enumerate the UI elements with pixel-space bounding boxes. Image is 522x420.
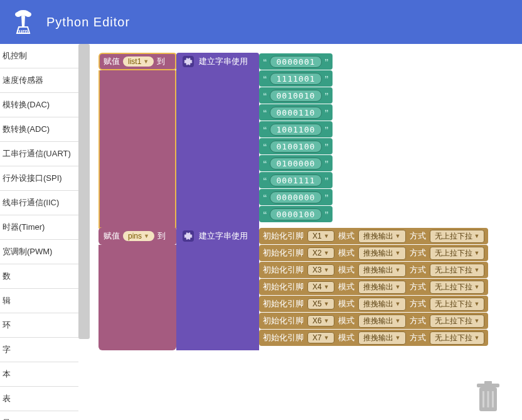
quote-icon: “ xyxy=(263,159,267,168)
string-value-block[interactable]: “0000000” xyxy=(259,189,333,205)
mode-dropdown[interactable]: 推挽输出▼ xyxy=(358,264,406,277)
init-pin-block[interactable]: 初始化引脚X7▼模式推挽输出▼方式无上拉下拉▼ xyxy=(259,330,488,346)
build-string-block[interactable]: 建立字串使用 xyxy=(176,53,259,70)
pin-dropdown[interactable]: X3▼ xyxy=(307,264,334,276)
gear-icon[interactable] xyxy=(183,230,194,242)
pin-dropdown[interactable]: X1▼ xyxy=(307,230,334,242)
mode-dropdown[interactable]: 推挽输出▼ xyxy=(358,230,406,243)
quote-icon: ” xyxy=(324,108,329,117)
pin-dropdown[interactable]: X4▼ xyxy=(307,281,334,293)
sidebar-scrollbar[interactable] xyxy=(78,44,90,339)
quote-icon: ” xyxy=(324,91,329,100)
variable-dropdown[interactable]: list1▼ xyxy=(123,57,154,67)
variable-dropdown[interactable]: pins▼ xyxy=(123,231,154,241)
mode-dropdown[interactable]: 推挽输出▼ xyxy=(358,315,406,328)
string-value-block[interactable]: “0100000” xyxy=(259,155,333,171)
chevron-down-icon: ▼ xyxy=(474,284,480,290)
string-value-block[interactable]: “0010010” xyxy=(259,87,333,104)
block-canvas: 赋值 list1▼ 到 建立字串使用 “0000001”“1111001”“00… xyxy=(99,53,488,350)
string-value-block[interactable]: “1111001” xyxy=(259,70,333,87)
string-value[interactable]: 0000000 xyxy=(270,191,322,203)
string-value[interactable]: 0010010 xyxy=(270,90,322,102)
string-value[interactable]: 0000110 xyxy=(270,107,322,119)
chevron-down-icon: ▼ xyxy=(395,318,401,324)
trash-icon[interactable] xyxy=(473,380,503,414)
mode-label: 模式 xyxy=(338,332,354,343)
sidebar-item[interactable]: 环 xyxy=(0,313,78,338)
string-value[interactable]: 1111001 xyxy=(270,73,322,85)
sidebar-item[interactable]: 线串行通信(IIC) xyxy=(0,191,78,215)
string-value[interactable]: 0000001 xyxy=(270,56,322,68)
init-pin-label: 初始化引脚 xyxy=(263,332,304,343)
sidebar-item[interactable]: 字 xyxy=(0,338,78,362)
init-pin-block[interactable]: 初始化引脚X5▼模式推挽输出▼方式无上拉下拉▼ xyxy=(259,296,488,312)
quote-icon: “ xyxy=(263,193,267,202)
app-logo: turn xyxy=(8,8,39,36)
string-value[interactable]: 0001111 xyxy=(270,175,322,186)
string-value[interactable]: 0000100 xyxy=(270,208,322,220)
way-dropdown[interactable]: 无上拉下拉▼ xyxy=(430,331,485,345)
init-pin-block[interactable]: 初始化引脚X2▼模式推挽输出▼方式无上拉下拉▼ xyxy=(259,245,488,261)
sidebar-item[interactable]: 数转换(ADC) xyxy=(0,117,78,142)
way-dropdown[interactable]: 无上拉下拉▼ xyxy=(430,264,485,277)
way-dropdown[interactable]: 无上拉下拉▼ xyxy=(430,230,485,243)
mode-label: 模式 xyxy=(338,230,354,242)
way-dropdown[interactable]: 无上拉下拉▼ xyxy=(430,298,485,311)
string-value-block[interactable]: “1001100” xyxy=(259,121,333,137)
sidebar-item[interactable]: 辑 xyxy=(0,289,78,313)
gear-icon[interactable] xyxy=(183,56,194,67)
chevron-down-icon: ▼ xyxy=(395,284,401,290)
way-label: 方式 xyxy=(410,315,426,326)
sidebar-item[interactable]: 数 xyxy=(0,264,78,289)
string-value[interactable]: 1001100 xyxy=(270,124,322,136)
pin-dropdown[interactable]: X5▼ xyxy=(307,298,334,310)
chevron-down-icon: ▼ xyxy=(474,233,480,239)
mode-dropdown[interactable]: 推挽输出▼ xyxy=(358,331,406,345)
pin-dropdown[interactable]: X6▼ xyxy=(307,315,334,326)
mode-dropdown[interactable]: 推挽输出▼ xyxy=(358,247,406,260)
string-value-block[interactable]: “0001111” xyxy=(259,172,333,188)
init-pin-block[interactable]: 初始化引脚X4▼模式推挽输出▼方式无上拉下拉▼ xyxy=(259,279,488,295)
mode-dropdown[interactable]: 推挽输出▼ xyxy=(358,281,406,294)
quote-icon: “ xyxy=(263,57,267,67)
string-value-block[interactable]: “0100100” xyxy=(259,138,333,154)
blockly-workspace[interactable]: 赋值 list1▼ 到 建立字串使用 “0000001”“1111001”“00… xyxy=(78,44,522,420)
string-value[interactable]: 0100000 xyxy=(270,158,322,170)
assign-block-pins[interactable]: 赋值 pins▼ 到 建立字串使用 初始化引脚X1▼模式推挽输出▼方式无上拉下拉… xyxy=(99,227,488,350)
sidebar-item[interactable]: 模转换(DAC) xyxy=(0,93,78,117)
string-value[interactable]: 0100100 xyxy=(270,141,322,153)
string-value-block[interactable]: “0000110” xyxy=(259,104,333,121)
string-value-block[interactable]: “0000001” xyxy=(259,53,333,70)
pin-dropdown[interactable]: X7▼ xyxy=(307,332,334,343)
quote-icon: “ xyxy=(263,176,267,185)
sidebar-item[interactable]: 宽调制(PWM) xyxy=(0,240,78,264)
sidebar-item[interactable]: 速度传感器 xyxy=(0,68,78,93)
svg-point-2 xyxy=(25,12,31,17)
build-string-block[interactable]: 建立字串使用 xyxy=(176,227,259,245)
init-pin-block[interactable]: 初始化引脚X3▼模式推挽输出▼方式无上拉下拉▼ xyxy=(259,262,488,278)
mode-label: 模式 xyxy=(338,315,354,326)
mode-label: 模式 xyxy=(338,264,354,276)
mode-dropdown[interactable]: 推挽输出▼ xyxy=(358,298,406,311)
assign-block-list1[interactable]: 赋值 list1▼ 到 建立字串使用 “0000001”“1111001”“00… xyxy=(99,53,488,229)
sidebar-item[interactable]: 工串行通信(UART) xyxy=(0,142,78,166)
init-pin-block[interactable]: 初始化引脚X6▼模式推挽输出▼方式无上拉下拉▼ xyxy=(259,313,488,329)
string-value-block[interactable]: “0000100” xyxy=(259,206,333,222)
sidebar-item[interactable]: 量 xyxy=(0,411,78,420)
sidebar-item[interactable]: 机控制 xyxy=(0,44,78,68)
mode-label: 模式 xyxy=(338,247,354,259)
chevron-down-icon: ▼ xyxy=(324,233,329,239)
sidebar-item[interactable]: 本 xyxy=(0,362,78,387)
chevron-down-icon: ▼ xyxy=(144,233,149,239)
quote-icon: ” xyxy=(324,193,329,202)
way-dropdown[interactable]: 无上拉下拉▼ xyxy=(430,281,485,294)
sidebar-item[interactable]: 行外设接口(SPI) xyxy=(0,166,78,191)
sidebar-item[interactable]: 表 xyxy=(0,387,78,411)
pin-dropdown[interactable]: X2▼ xyxy=(307,247,334,259)
way-dropdown[interactable]: 无上拉下拉▼ xyxy=(430,247,485,260)
quote-icon: “ xyxy=(263,108,267,117)
init-pin-block[interactable]: 初始化引脚X1▼模式推挽输出▼方式无上拉下拉▼ xyxy=(259,228,488,244)
init-pin-label: 初始化引脚 xyxy=(263,281,304,293)
way-dropdown[interactable]: 无上拉下拉▼ xyxy=(430,315,485,328)
sidebar-item[interactable]: 时器(Timer) xyxy=(0,215,78,240)
